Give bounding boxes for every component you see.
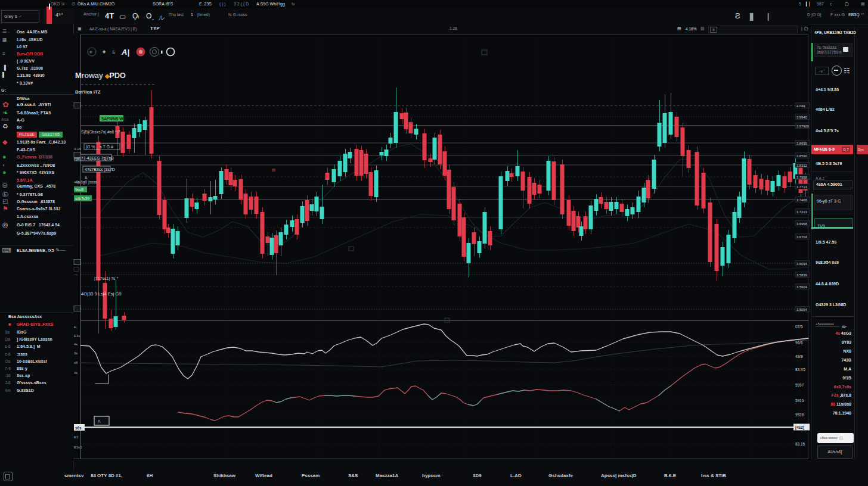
svg-text:3.7213: 3.7213 [796, 210, 807, 214]
svg-text:3.5839: 3.5839 [796, 273, 807, 277]
svg-text:E3s5: E3s5 [74, 446, 82, 449]
svg-text:3.6094: 3.6094 [796, 262, 808, 266]
svg-text:3.6704: 3.6704 [796, 235, 808, 239]
svg-text:E:: E: [74, 325, 78, 329]
svg-text:E3s: E3s [74, 334, 80, 338]
svg-text:|L|?7-43EES 7s|7sB: |L|?7-43EES 7s|7sB [76, 156, 114, 161]
svg-text:3s: 3s [74, 351, 78, 355]
svg-text:|G % _ s T G #: |G % _ s T G # [86, 145, 113, 149]
svg-text:5: 5 [112, 49, 115, 55]
svg-text:s#kTs39: s#kTs39 [75, 197, 89, 201]
svg-text:4.049: 4.049 [796, 104, 805, 108]
svg-text:✦: ✦ [101, 48, 107, 55]
svg-text:3.5604: 3.5604 [796, 285, 808, 289]
svg-text:[4s2]: [4s2] [795, 425, 804, 430]
svg-text:#: # [89, 49, 92, 55]
svg-text:S|B|Gbsxs7s| #s6 *|7: S|B|Gbsxs7s| #s6 *|7 [81, 130, 120, 135]
svg-text:4s|s0: 4s|s0 [74, 180, 83, 184]
svg-text:3.8312: 3.8312 [796, 164, 807, 167]
svg-text:4O|33 9 Ls|4 Es| G9: 4O|33 9 Ls|4 Es| G9 [81, 291, 122, 297]
svg-text:3.7713: 3.7713 [796, 185, 807, 189]
svg-text:4s: 4s [74, 342, 78, 346]
svg-text:3.6958: 3.6958 [796, 222, 807, 226]
svg-text:3.7958: 3.7958 [796, 176, 807, 179]
svg-text:3.5094: 3.5094 [796, 308, 808, 311]
svg-text:A|: A| [121, 48, 129, 57]
svg-text:3.97920: 3.97920 [796, 124, 809, 128]
svg-text:5916: 5916 [795, 398, 804, 403]
svg-text:A: A [85, 176, 88, 180]
svg-text:4s: 4s [74, 371, 78, 375]
svg-text:83.15: 83.15 [795, 442, 805, 446]
svg-text:9ssB: 9ssB [75, 188, 83, 192]
svg-text:E3: E3 [74, 435, 79, 439]
svg-text:SAFWNB WB: SAFWNB WB [101, 117, 126, 121]
svg-text:96/6: 96/6 [795, 341, 803, 345]
svg-text:5997: 5997 [795, 383, 804, 387]
svg-text:9928: 9928 [795, 413, 804, 417]
svg-text:4.14: 4.14 [74, 147, 81, 151]
svg-text:3.8935: 3.8935 [796, 142, 807, 145]
svg-text:3.9940: 3.9940 [796, 116, 807, 119]
svg-text:07/5: 07/5 [795, 325, 803, 329]
svg-text:—: — [74, 273, 78, 276]
svg-text:s8: s8 [74, 361, 78, 364]
svg-text:/\: /\ [98, 419, 101, 424]
svg-text:3.7468: 3.7468 [796, 198, 807, 202]
svg-text:s6s: s6s [75, 426, 82, 430]
svg-text:|717ss1| 7s *: |717ss1| 7s * [94, 276, 118, 281]
svg-text:3.8590: 3.8590 [796, 154, 807, 158]
svg-text:48/8: 48/8 [795, 354, 803, 359]
svg-text:83.X5: 83.X5 [795, 367, 805, 372]
svg-text:47s7B3ss |3s7D: 47s7B3ss |3s7D [85, 167, 115, 172]
